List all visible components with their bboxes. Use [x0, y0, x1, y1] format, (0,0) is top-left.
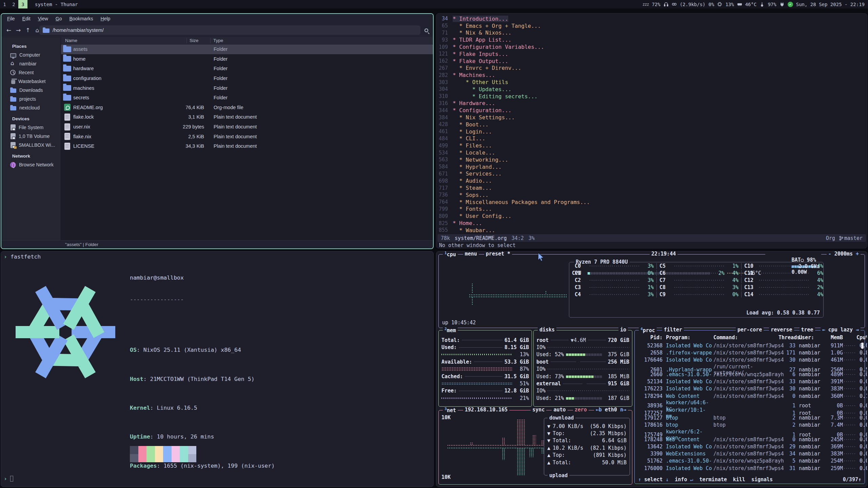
file-row[interactable]: flake.lock 3,1 KiB Plain text document: [61, 112, 433, 122]
sidebar-item[interactable]: nambiar: [1, 59, 61, 68]
sidebar-item[interactable]: Devices: [1, 112, 61, 123]
column-header-type[interactable]: Type: [210, 38, 223, 43]
workspace-button[interactable]: 1: [0, 0, 9, 8]
sidebar-item[interactable]: nextcloud: [1, 103, 61, 112]
menu-item[interactable]: View: [35, 15, 51, 22]
uptime: up 10:45:42: [442, 320, 476, 326]
process-row[interactable]: 13642 Isolated Web Co /nix/store/sm8fmrf…: [637, 443, 862, 450]
major-mode: Org: [826, 235, 835, 241]
sidebar-item[interactable]: projects: [1, 95, 61, 103]
column-header-size[interactable]: Size: [186, 38, 198, 43]
org-heading: * Login...: [453, 128, 492, 135]
path-bar[interactable]: /home/nambiar/system/: [39, 25, 420, 35]
proc-footer-action[interactable]: info ↵: [675, 476, 693, 483]
thunar-sidebar: Places Computer nambiar Recent: [1, 37, 61, 240]
process-row[interactable]: 3390 WebExtensions /nix/store/sm8fmrf3wp…: [637, 450, 862, 457]
sidebar-item[interactable]: Network: [1, 149, 61, 160]
line-number: 310: [436, 93, 453, 99]
io-toggle[interactable]: io: [618, 327, 628, 333]
org-line: 799 * Fonts...: [436, 206, 867, 213]
process-row[interactable]: 2660 .emacs-31.0.50- /nix/store/wnqz5pa8…: [637, 371, 862, 378]
net-interface-switcher[interactable]: ←b eth0 n→: [594, 407, 628, 413]
shell-prompt-bottom[interactable]: ›: [4, 475, 13, 482]
sidebar-item[interactable]: Places: [1, 40, 61, 50]
column-header-name[interactable]: Name: [65, 38, 77, 43]
menu-item[interactable]: Edit: [19, 15, 34, 22]
menu-button[interactable]: menu: [463, 251, 479, 258]
disk-row: IO% IO%: [534, 387, 632, 394]
process-row[interactable]: 51762 .emacs-31.0.50- /nix/store/wnqz5pa…: [637, 458, 862, 465]
sidebar-item[interactable]: SMALLBOX Wi...: [1, 141, 61, 149]
process-row[interactable]: 52134 Isolated Web Co /nix/store/sm8fmrf…: [637, 378, 862, 385]
process-row[interactable]: 179127 btop btop 2 nambiar 7.3M 0.0: [637, 414, 862, 421]
net-auto-button[interactable]: auto: [552, 407, 567, 413]
file-row[interactable]: assets Folder: [61, 44, 433, 54]
sidebar-item[interactable]: Browse Network: [1, 160, 61, 169]
tab-net[interactable]: 3net: [443, 407, 458, 413]
workspace-switcher[interactable]: 123: [0, 0, 27, 8]
process-row[interactable]: 176223 Isolated Web Co /nix/store/sm8fmr…: [637, 385, 862, 392]
file-row[interactable]: LICENSE 34,3 KiB Plain text document: [61, 141, 433, 151]
sort-mode-switcher[interactable]: ← cpu lazy →: [821, 327, 861, 333]
tree-toggle[interactable]: tree: [800, 327, 815, 333]
sidebar-item-icon: [10, 162, 16, 168]
tab-proc[interactable]: 4proc: [639, 327, 657, 333]
workspace-button[interactable]: 2: [9, 0, 18, 8]
sidebar-item[interactable]: Computer: [1, 50, 61, 59]
sidebar-item[interactable]: Downloads: [1, 86, 61, 95]
file-row[interactable]: flake.nix 2,5 KiB Plain text document: [61, 131, 433, 141]
sidebar-item[interactable]: Recent: [1, 68, 61, 77]
file-row[interactable]: secrets Folder: [61, 93, 433, 103]
reverse-toggle[interactable]: reverse: [769, 327, 794, 333]
process-row[interactable]: 178294 Web Content /nix/store/sm8fmrf3wp…: [637, 392, 862, 400]
btop-clock: 22:19:44: [650, 251, 677, 258]
org-line: 282* Machines...: [436, 72, 867, 79]
file-type: Org-mode file: [214, 105, 243, 110]
terminal-window[interactable]: › fastfetch nambiar@smallbox -----------…: [1, 251, 434, 487]
process-row[interactable]: 178248 Web Content /nix/store/sm8fmrf3wp…: [637, 436, 862, 443]
file-icon: [63, 66, 71, 72]
workspace-button[interactable]: 3: [18, 0, 27, 8]
proc-footer-action[interactable]: kill: [733, 476, 745, 483]
sidebar-item[interactable]: 1,0 TB Volume: [1, 132, 61, 141]
tab-cpu[interactable]: 1cpu: [443, 251, 458, 258]
proc-footer-action[interactable]: terminate: [699, 476, 727, 483]
file-row[interactable]: configuration Folder: [61, 74, 433, 83]
tab-mem[interactable]: 2mem: [443, 327, 458, 333]
search-button[interactable]: [422, 26, 430, 34]
file-row[interactable]: user.nix 229 bytes Plain text document: [61, 122, 433, 132]
up-button[interactable]: ↑: [23, 25, 33, 35]
process-row[interactable]: 178616 btop btop 2 nambiar 7.4M 0.0: [637, 421, 862, 428]
menu-item[interactable]: File: [4, 15, 18, 22]
proc-footer-action[interactable]: signals: [751, 476, 773, 483]
sidebar-item[interactable]: Wastebasket: [1, 77, 61, 86]
net-zero-button[interactable]: zero: [573, 407, 589, 413]
file-row[interactable]: README.org 76,4 KiB Org-mode file: [61, 103, 433, 113]
interval-down-button[interactable]: - 2000ms +: [827, 251, 861, 281]
proc-footer-action[interactable]: ↑ select ↓: [638, 476, 669, 483]
menu-item[interactable]: Bookmarks: [66, 15, 96, 22]
back-button[interactable]: ←: [4, 25, 14, 35]
menu-item[interactable]: Go: [53, 15, 65, 22]
process-row[interactable]: 2658 .firefox-wrappe /nix/store/sm8fmrf3…: [637, 349, 862, 356]
sidebar-item[interactable]: File System: [1, 123, 61, 132]
process-row[interactable]: 38936 kworker/u64:6-kc 1 root 0B 0.0: [637, 400, 862, 407]
per-core-toggle[interactable]: per-core: [736, 327, 764, 333]
process-row[interactable]: 2601 .Hyprland-wrapp /run/current-system…: [637, 364, 862, 371]
process-row[interactable]: 52368 Isolated Web Co /nix/store/sm8fmrf…: [637, 342, 862, 349]
proc-scrollbar[interactable]: [861, 343, 864, 349]
org-buffer[interactable]: 34* Introduction... 65 * Emacs + Org + T…: [436, 15, 867, 234]
process-row[interactable]: 175749 kworker/6:2-even 1 root 0B 0.0: [637, 429, 862, 436]
proc-filter-button[interactable]: filter: [662, 327, 684, 333]
file-row[interactable]: hardware Folder: [61, 64, 433, 74]
process-row[interactable]: 176646 Isolated Web Co /nix/store/sm8fmr…: [637, 357, 862, 364]
file-row[interactable]: machines Folder: [61, 83, 433, 93]
file-row[interactable]: home Folder: [61, 54, 433, 64]
preset-button[interactable]: preset *: [484, 251, 512, 258]
file-name: LICENSE: [73, 143, 143, 149]
process-row[interactable]: 176000 Isolated Web Co /nix/store/sm8fmr…: [637, 465, 862, 472]
menu-item[interactable]: Help: [98, 15, 114, 22]
forward-button[interactable]: →: [14, 25, 23, 35]
org-line: 344* Configuration...: [436, 107, 867, 114]
net-sync-button[interactable]: sync: [531, 407, 546, 413]
